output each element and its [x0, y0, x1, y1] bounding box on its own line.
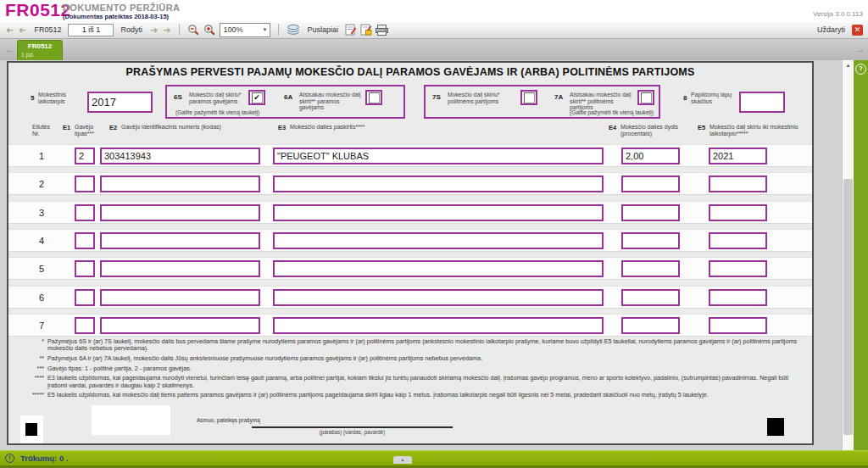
row-number: 3	[29, 208, 54, 218]
footnote-text: Pažymėjus 6A ir (ar) 7A laukelį, mokesči…	[47, 355, 802, 362]
checkbox-6s[interactable]: ✔	[248, 90, 265, 105]
tab-fr0512[interactable]: FR0512 1 psl.	[17, 40, 63, 60]
row-number: 1	[29, 151, 54, 161]
tax-period-input[interactable]	[87, 92, 153, 113]
print-icon[interactable]	[376, 25, 388, 36]
tab-scroll-left-icon[interactable]: ←	[5, 44, 14, 54]
first-doc-arrow-icon[interactable]: ➜	[5, 25, 14, 35]
zoom-in-icon[interactable]	[203, 24, 216, 36]
toolbar-separator	[179, 24, 180, 36]
expand-panel-button[interactable]: ▲	[393, 456, 412, 464]
row4-e2-input[interactable]	[100, 232, 260, 249]
row2-e1-input[interactable]	[75, 176, 95, 192]
field7a-code: 7A	[554, 93, 563, 101]
checkbox-7s[interactable]	[520, 90, 537, 105]
row2-e4-input[interactable]	[621, 176, 680, 192]
row5-e2-input[interactable]	[100, 260, 260, 277]
row2-e3-input[interactable]	[273, 176, 604, 192]
row4-e3-input[interactable]	[273, 232, 604, 249]
field6s-code: 6S	[174, 93, 182, 101]
edit-document-icon[interactable]	[345, 24, 357, 36]
col-e5-code: E5	[698, 124, 705, 131]
row3-e5-input[interactable]	[709, 204, 767, 221]
table-row: 6	[8, 286, 812, 309]
field7a-label: Atsisakau mokesčio dalį skirti** politin…	[570, 92, 634, 111]
zoom-out-icon[interactable]	[187, 24, 200, 36]
scroll-up-icon[interactable]: ▲	[843, 60, 854, 70]
row5-e3-input[interactable]	[273, 260, 604, 277]
next-doc-arrow-icon[interactable]: ➜	[149, 25, 159, 35]
pages-stack-icon[interactable]	[287, 24, 300, 36]
extra-pages-input[interactable]	[739, 92, 785, 113]
party-choice-box: 7S Mokesčio dalį skiriu* politinėms part…	[424, 85, 660, 119]
row1-e4-input[interactable]	[621, 148, 680, 164]
form-title: PRAŠYMAS PERVESTI PAJAMŲ MOKESČIO DALĮ P…	[8, 66, 812, 78]
footnote-marker: ****	[24, 375, 44, 389]
footnote-marker: *	[24, 338, 44, 353]
row3-e2-input[interactable]	[100, 204, 260, 221]
col-e5-label: Mokesčio dalį skiriu iki mokestinio laik…	[709, 124, 798, 137]
status-text: Trūkumų: 0 .	[20, 454, 68, 463]
row6-e5-input[interactable]	[709, 289, 767, 306]
pages-label: Puslapiai	[307, 25, 338, 34]
footnote-marker: **	[24, 355, 44, 362]
row4-e1-input[interactable]	[75, 232, 95, 249]
checkbox-7a-checkmark	[641, 92, 652, 103]
field8-code: 8	[683, 94, 687, 102]
row5-e4-input[interactable]	[621, 260, 680, 277]
checkbox-7s-checkmark	[524, 92, 535, 103]
vertical-scrollbar[interactable]: ▲	[842, 60, 854, 450]
row3-e3-input[interactable]	[273, 204, 604, 221]
page-title: DOKUMENTO PERŽIŪRA	[63, 3, 180, 13]
barcode-square-right	[767, 418, 784, 436]
row3-e1-input[interactable]	[75, 204, 95, 221]
page-indicator-input[interactable]	[68, 24, 114, 36]
table-row: 4	[8, 229, 812, 252]
help-icon[interactable]: ?	[855, 64, 866, 75]
row7-e1-input[interactable]	[75, 317, 95, 334]
row6-e1-input[interactable]	[75, 289, 95, 306]
field6s-label: Mokesčio dalį skiriu* paramos gavėjams	[189, 92, 248, 104]
checkbox-6a[interactable]	[365, 90, 382, 105]
zoom-level-select[interactable]: 100% ▼	[220, 23, 270, 37]
field7s-label: Mokesčio dalį skiriu* politinėms partijo…	[448, 92, 509, 104]
fill-document-icon[interactable]	[360, 24, 372, 36]
row5-e5-input[interactable]	[709, 260, 767, 277]
table-row: 2	[8, 172, 812, 195]
last-doc-arrow-icon[interactable]: ➜	[162, 25, 171, 35]
row6-e4-input[interactable]	[621, 289, 680, 306]
row4-e4-input[interactable]	[621, 232, 680, 249]
row-number: 2	[29, 179, 54, 189]
row2-e2-input[interactable]	[100, 176, 260, 192]
field8-label: Papildomų lapų skaičius	[691, 92, 737, 105]
close-icon[interactable]: ✕	[852, 25, 863, 36]
checkbox-7a[interactable]	[637, 90, 654, 105]
row4-e5-input[interactable]	[709, 232, 767, 249]
row5-e1-input[interactable]	[75, 260, 95, 277]
row-number: 7	[29, 320, 54, 331]
party-box-hint: (Galite pažymėti tik vieną laukelį)	[570, 109, 654, 115]
row1-e3-input[interactable]	[273, 148, 604, 164]
form-page: PRAŠYMAS PERVESTI PAJAMŲ MOKESČIO DALĮ P…	[7, 61, 814, 445]
row7-e4-input[interactable]	[621, 317, 680, 334]
checkbox-6a-checkmark	[369, 92, 380, 103]
document-area: PRAŠYMAS PERVESTI PAJAMŲ MOKESČIO DALĮ P…	[0, 60, 868, 450]
status-bar: ! Trūkumų: 0 . ▲	[0, 450, 868, 468]
row-number: 4	[29, 236, 54, 246]
row7-e3-input[interactable]	[273, 317, 604, 334]
row1-e1-input[interactable]	[75, 148, 95, 164]
tab-scroll-right-icon[interactable]: →	[855, 44, 865, 54]
row7-e2-input[interactable]	[100, 317, 260, 334]
signature-label: Asmuo, pateikęs prašymą	[197, 417, 260, 423]
scrollbar-thumb[interactable]	[843, 179, 853, 435]
row6-e2-input[interactable]	[100, 289, 260, 306]
row1-e2-input[interactable]	[100, 148, 260, 164]
row1-e5-input[interactable]	[709, 148, 767, 164]
prev-doc-arrow-icon[interactable]: ➜	[18, 25, 27, 35]
toolbar: ➜ ➜ FR0512 Rodyti ➜ ➜ 100% ▼	[0, 21, 868, 39]
row7-e5-input[interactable]	[709, 317, 767, 334]
row6-e3-input[interactable]	[273, 289, 604, 306]
field5-code: 5	[31, 94, 34, 102]
row3-e4-input[interactable]	[621, 204, 680, 221]
row2-e5-input[interactable]	[709, 176, 767, 192]
